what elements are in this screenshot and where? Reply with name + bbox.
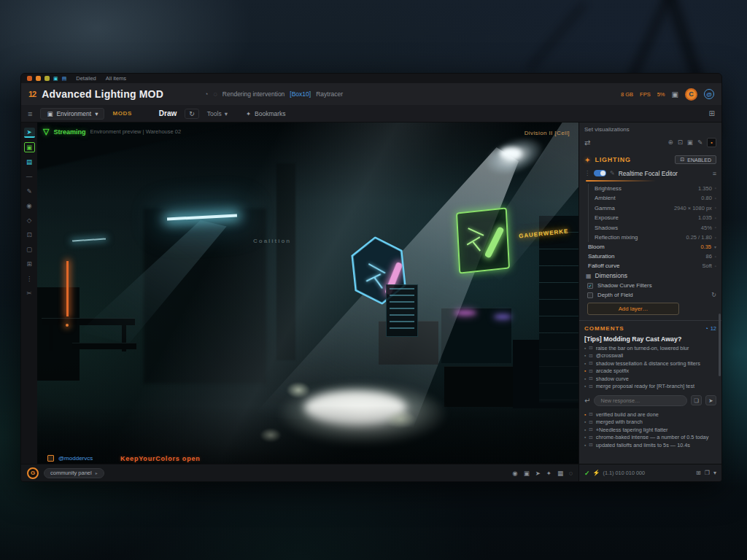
extra-value[interactable]: Soft <box>703 262 712 269</box>
copy-icon[interactable]: ❐ <box>705 470 710 476</box>
tab-environment[interactable]: ▣ Environment ▾ <box>40 108 104 120</box>
property-value[interactable]: 1.035 <box>698 214 712 221</box>
comment-item[interactable]: ▪ ⊡ raise the bar on turned-on, lowered … <box>584 344 716 352</box>
send-button[interactable]: ➤ <box>705 395 716 405</box>
grid-view-icon[interactable]: ⊞ <box>709 109 715 117</box>
checkbox[interactable] <box>587 292 593 298</box>
checkbox[interactable]: ✓ <box>587 283 593 289</box>
attach-button[interactable]: ❏ <box>691 395 702 405</box>
comment-item[interactable]: ▪ ⊡ shadow curve <box>584 375 716 383</box>
tool-grid[interactable]: ⊞ <box>24 259 35 269</box>
box-icon[interactable]: ⊡ <box>678 139 683 146</box>
property-value[interactable]: 1.350 <box>698 185 712 192</box>
property-row[interactable]: Shadows 45% ▫ <box>595 223 716 233</box>
drag-grip-icon[interactable]: ⋮ <box>584 170 590 176</box>
stepper-icon[interactable]: ▫ <box>715 196 716 201</box>
comment-item[interactable]: ▪ ⊡ +Needless tapering light flatter <box>584 426 716 434</box>
property-value[interactable]: 2940 × 1080 px <box>674 205 712 211</box>
dimensions-row[interactable]: ▦ Dimensions <box>584 271 716 281</box>
tool-polygon[interactable]: ◇ <box>24 215 35 225</box>
comment-item[interactable]: ▪ ⊡ arcade spotfix <box>584 368 716 376</box>
tab-mods[interactable]: MODS <box>112 110 131 117</box>
render-status-link[interactable]: [Box10] <box>290 90 311 98</box>
extra-value[interactable]: 0.35 <box>700 244 711 250</box>
stepper-icon[interactable]: ▫ <box>715 186 716 190</box>
stepper-icon[interactable]: ▫ <box>715 216 716 220</box>
hamburger-icon[interactable]: ≡ <box>28 109 32 118</box>
pencil-icon[interactable]: ✎ <box>610 170 615 176</box>
stepper-icon[interactable]: ▫ <box>715 264 716 268</box>
property-row[interactable]: Ambient 0.80 ▫ <box>595 194 716 203</box>
property-row[interactable]: Reflection mixing 0.25 / 1.80 ▫ <box>595 233 716 243</box>
focal-editor-row[interactable]: ⋮ ✎ Realtime Focal Editor ≡ <box>584 167 716 179</box>
user-avatar[interactable]: C <box>685 88 697 101</box>
property-row[interactable]: Exposure 1.035 ▫ <box>595 214 716 223</box>
device-icon[interactable]: ▣ <box>672 90 678 98</box>
comment-item[interactable]: ▪ ⊡ merge proposal ready for [RT-branch]… <box>584 383 716 391</box>
property-value[interactable]: 0.80 <box>701 195 712 201</box>
window-dot-minimize[interactable] <box>36 76 41 81</box>
account-logo-icon[interactable]: @ <box>704 89 714 99</box>
refresh-button[interactable]: ↻ <box>185 109 199 119</box>
reply-input[interactable] <box>594 395 687 406</box>
tool-more[interactable]: ⋮ <box>24 273 35 284</box>
tool-box[interactable]: ⊡ <box>24 230 35 240</box>
thread-title[interactable]: [Tips] Modding Ray Cast Away? <box>584 333 716 344</box>
tab-bookmarks[interactable]: ✦ Bookmarks <box>246 110 286 117</box>
session-avatar[interactable]: G <box>27 467 39 479</box>
eye-icon[interactable]: ◉ <box>512 470 517 477</box>
window-dot-close[interactable] <box>27 76 32 81</box>
menu-item-detailed[interactable]: Detailed <box>76 75 96 82</box>
hamburger-icon[interactable]: ≡ <box>713 170 716 177</box>
swap-icon[interactable]: ⇄ <box>584 139 590 147</box>
stepper-icon[interactable]: ▫ <box>715 236 716 240</box>
clock-icon[interactable]: ◔ <box>705 325 708 332</box>
stepper-icon[interactable]: ▫ <box>715 225 716 230</box>
watermark-username[interactable]: @moddervcs <box>58 455 93 462</box>
tool-cut[interactable]: ✂ <box>24 288 35 298</box>
active-slot-button[interactable]: ▪ <box>707 138 716 147</box>
property-row[interactable]: Brightness 1.350 ▫ <box>595 184 716 193</box>
clock-icon[interactable]: ◔ <box>204 90 208 98</box>
comment-item[interactable]: ▪ ⊡ @crosswall <box>584 352 716 360</box>
tool-layers[interactable]: ▤ <box>24 157 35 167</box>
session-pill[interactable]: community panel ▸ <box>44 468 104 478</box>
property-row[interactable]: Gamma 2940 × 1080 px ▫ <box>595 203 716 213</box>
monitor-icon[interactable]: ▣ <box>524 470 530 477</box>
pencil-icon[interactable]: ✎ <box>697 139 703 146</box>
add-layer-button[interactable]: Add layer… <box>587 303 679 315</box>
property-value[interactable]: 0.25 / 1.80 <box>686 234 711 241</box>
property-value[interactable]: 45% <box>701 225 712 231</box>
menu-item-all-items[interactable]: All items <box>106 75 126 82</box>
monitor-icon[interactable]: ▣ <box>687 139 693 146</box>
comment-item[interactable]: ▪ ⊡ updated falloffs and limits to 5s — … <box>584 441 716 449</box>
tab-draw[interactable]: Draw <box>159 109 177 117</box>
circle-icon[interactable]: ◌ <box>213 90 217 98</box>
check-row-depth-of-field[interactable]: Depth of Field ↻ <box>584 290 716 300</box>
check-row-shadow-filters[interactable]: ✓ Shadow Curve Filters <box>584 281 716 290</box>
circle-icon[interactable]: ◌ <box>569 470 573 477</box>
tool-region[interactable]: ▢ <box>24 244 35 254</box>
stepper-icon[interactable]: ▫ <box>715 206 716 210</box>
chevron-down-icon[interactable]: ▾ <box>713 470 716 476</box>
extra-row-bloom[interactable]: Bloom 0.35 ▾ <box>584 242 716 252</box>
stepper-icon[interactable]: ▾ <box>714 244 716 249</box>
lighting-state-button[interactable]: ⊡ ENABLED <box>675 155 716 164</box>
comment-item[interactable]: ▪ ⊡ merged with branch <box>584 419 716 427</box>
comment-item[interactable]: ▪ ⊡ chrome-baked intense — a number of 0… <box>584 434 716 442</box>
extra-value[interactable]: 86 <box>706 253 712 260</box>
tool-frame[interactable]: ▣ <box>24 142 35 152</box>
tool-select[interactable]: ➤ <box>24 128 35 138</box>
cursor-icon[interactable]: ➤ <box>535 470 541 477</box>
tab-tools[interactable]: Tools ▾ <box>207 110 228 117</box>
sidebar-scrollbar[interactable] <box>719 314 721 376</box>
lighting-section-row[interactable]: ✦ LIGHTING ⊡ ENABLED <box>584 152 716 167</box>
window-dot-maximize[interactable] <box>44 76 50 81</box>
viewport-canvas[interactable]: GAUERWERKE Coalition ▽ Streaming Environ… <box>37 122 578 464</box>
tool-eye[interactable]: ◉ <box>24 201 35 211</box>
stepper-icon[interactable]: ▫ <box>715 254 716 259</box>
extra-row-saturation[interactable]: Saturation 86 ▫ <box>584 252 716 261</box>
refresh-icon[interactable]: ↻ <box>711 292 716 298</box>
comment-item[interactable]: ▪ ⊡ verified build and are done <box>584 411 716 419</box>
tool-pencil[interactable]: ✎ <box>24 186 35 196</box>
